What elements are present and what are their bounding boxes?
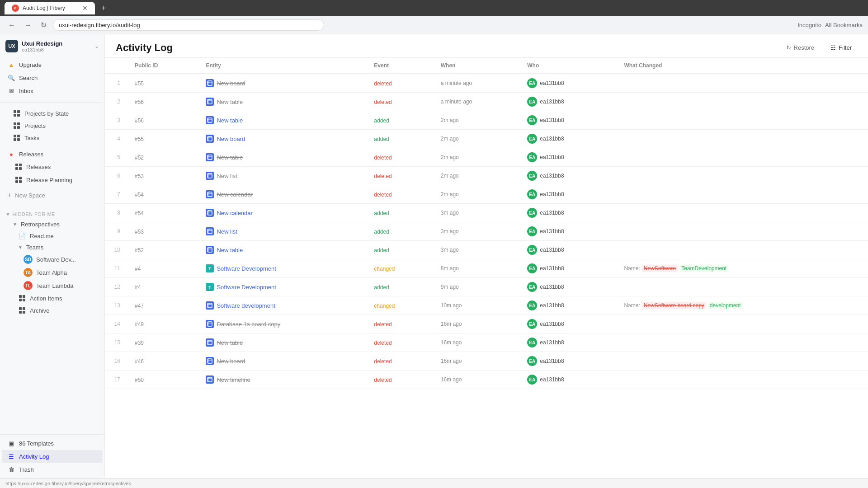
- forward-button[interactable]: →: [22, 19, 34, 31]
- row-when: 9m ago: [434, 278, 520, 296]
- svg-rect-6: [14, 126, 16, 129]
- new-space-button[interactable]: + New Space: [2, 189, 103, 202]
- tasks-label: Tasks: [24, 135, 39, 141]
- row-entity[interactable]: New list: [198, 167, 367, 185]
- row-who: EAea131bb8: [520, 278, 617, 296]
- row-entity[interactable]: New calendar: [198, 185, 367, 204]
- col-entity: Entity: [198, 58, 367, 74]
- row-entity[interactable]: Database 1s board copy: [198, 315, 367, 333]
- new-tab-button[interactable]: +: [99, 4, 109, 13]
- row-what-changed: [617, 278, 868, 296]
- who-avatar: EA: [527, 319, 537, 329]
- row-who: EAea131bb8: [520, 74, 617, 93]
- sidebar-item-retrospectives[interactable]: ▼ Retrospectives: [2, 219, 103, 230]
- sidebar-item-projects[interactable]: Projects: [2, 120, 103, 131]
- restore-label: Restore: [794, 44, 815, 51]
- row-pub-id: #53: [127, 222, 198, 241]
- row-who: EAea131bb8: [520, 130, 617, 148]
- svg-rect-14: [15, 167, 18, 170]
- row-pub-id: #55: [127, 130, 198, 148]
- sidebar-item-projects-by-state[interactable]: Projects by State: [2, 108, 103, 119]
- row-entity[interactable]: New board: [198, 352, 367, 371]
- row-entity[interactable]: TSoftware Development: [198, 259, 367, 278]
- row-entity[interactable]: New board: [198, 130, 367, 148]
- software-dev-avatar: SD: [24, 255, 33, 264]
- sidebar-item-readme[interactable]: 📄 Read.me: [2, 230, 103, 242]
- table-row: 4#55New boardadded2m agoEAea131bb8: [105, 130, 868, 148]
- row-entity[interactable]: Software development: [198, 296, 367, 315]
- row-entity[interactable]: TSoftware Development: [198, 278, 367, 296]
- row-when: 3m ago: [434, 241, 520, 259]
- row-number: 10: [105, 241, 127, 259]
- row-event: deleted: [367, 74, 433, 93]
- workspace-details: Uxui Redesign ea131bb8: [22, 40, 62, 52]
- row-pub-id: #56: [127, 111, 198, 130]
- sidebar-item-release-planning[interactable]: Release Planning: [2, 174, 103, 186]
- svg-rect-72: [208, 377, 212, 382]
- workspace-avatar: UX: [5, 40, 18, 52]
- sidebar-item-software-dev[interactable]: SD Software Dev...: [2, 253, 103, 266]
- who-avatar: EA: [527, 134, 537, 144]
- row-number: 17: [105, 371, 127, 389]
- svg-rect-66: [208, 340, 212, 345]
- row-number: 13: [105, 296, 127, 315]
- row-pub-id: #52: [127, 241, 198, 259]
- sidebar-item-team-alpha[interactable]: TA Team Alpha: [2, 266, 103, 279]
- activity-log-table: Public ID Entity Event When Who What Cha…: [105, 58, 868, 389]
- app: UX Uxui Redesign ea131bb8 ⌄ ▲ Upgrade 🔍 …: [0, 34, 868, 478]
- svg-rect-19: [19, 180, 22, 183]
- hidden-for-me-toggle[interactable]: ▼ Hidden for Me: [0, 210, 104, 219]
- row-entity[interactable]: New table: [198, 241, 367, 259]
- sidebar-item-inbox[interactable]: ✉ Inbox: [2, 84, 103, 97]
- row-when: 16m ago: [434, 315, 520, 333]
- sidebar-item-archive[interactable]: Archive: [2, 305, 103, 316]
- sidebar-divider-2: [0, 205, 104, 205]
- row-entity[interactable]: New table: [198, 93, 367, 111]
- sidebar-item-releases[interactable]: Releases: [2, 160, 103, 173]
- row-entity[interactable]: New table: [198, 111, 367, 130]
- restore-button[interactable]: ↻ Restore: [781, 42, 820, 54]
- sidebar-item-activity-log[interactable]: ☰ Activity Log: [2, 450, 103, 463]
- row-number: 4: [105, 130, 127, 148]
- sidebar-item-teams[interactable]: ▼ Teams: [2, 242, 103, 253]
- browser-tab[interactable]: F Audit Log | Fibery ✕: [5, 2, 95, 14]
- sidebar-divider-1: [0, 102, 104, 103]
- hidden-for-me-label: Hidden for Me: [12, 211, 55, 217]
- filter-button[interactable]: ☷ Filter: [825, 42, 857, 54]
- row-when: 2m ago: [434, 148, 520, 167]
- row-what-changed: [617, 93, 868, 111]
- row-entity[interactable]: New board: [198, 74, 367, 93]
- sidebar-item-trash[interactable]: 🗑 Trash: [2, 463, 103, 476]
- main-content: Activity Log ↻ Restore ☷ Filter Public I…: [105, 34, 868, 478]
- sidebar-item-releases-parent[interactable]: ● Releases: [2, 148, 103, 160]
- back-button[interactable]: ←: [5, 19, 18, 31]
- row-number: 12: [105, 278, 127, 296]
- row-entity[interactable]: New timeline: [198, 371, 367, 389]
- row-what-changed: [617, 315, 868, 333]
- svg-rect-28: [208, 81, 212, 85]
- sidebar-item-upgrade[interactable]: ▲ Upgrade: [2, 58, 103, 71]
- svg-rect-26: [19, 311, 22, 314]
- row-pub-id: #4: [127, 259, 198, 278]
- who-name: ea131bb8: [540, 99, 564, 105]
- sidebar-item-action-items[interactable]: Action Items: [2, 292, 103, 304]
- row-entity[interactable]: New table: [198, 148, 367, 167]
- row-pub-id: #54: [127, 204, 198, 222]
- sidebar-item-search[interactable]: 🔍 Search: [2, 71, 103, 84]
- sidebar-item-tasks[interactable]: Tasks: [2, 132, 103, 144]
- grid-icon-tasks: [13, 134, 21, 142]
- release-planning-label: Release Planning: [26, 177, 72, 183]
- tab-close-button[interactable]: ✕: [82, 5, 88, 12]
- sidebar-item-templates[interactable]: ▣ 86 Templates: [2, 437, 103, 450]
- workspace-info[interactable]: UX Uxui Redesign ea131bb8: [5, 40, 62, 52]
- row-entity[interactable]: New table: [198, 333, 367, 352]
- workspace-chevron-icon[interactable]: ⌄: [94, 43, 99, 49]
- address-bar[interactable]: uxui-redesign.fibery.io/audit-log: [53, 19, 324, 31]
- table-row: 11#4TSoftware Developmentchanged8m agoEA…: [105, 259, 868, 278]
- row-entity[interactable]: New calendar: [198, 204, 367, 222]
- sidebar: UX Uxui Redesign ea131bb8 ⌄ ▲ Upgrade 🔍 …: [0, 34, 105, 478]
- sidebar-item-team-lambda[interactable]: TL Team Lambda: [2, 279, 103, 292]
- sidebar-header: UX Uxui Redesign ea131bb8 ⌄: [0, 34, 104, 56]
- row-entity[interactable]: New list: [198, 222, 367, 241]
- reload-button[interactable]: ↻: [38, 19, 49, 31]
